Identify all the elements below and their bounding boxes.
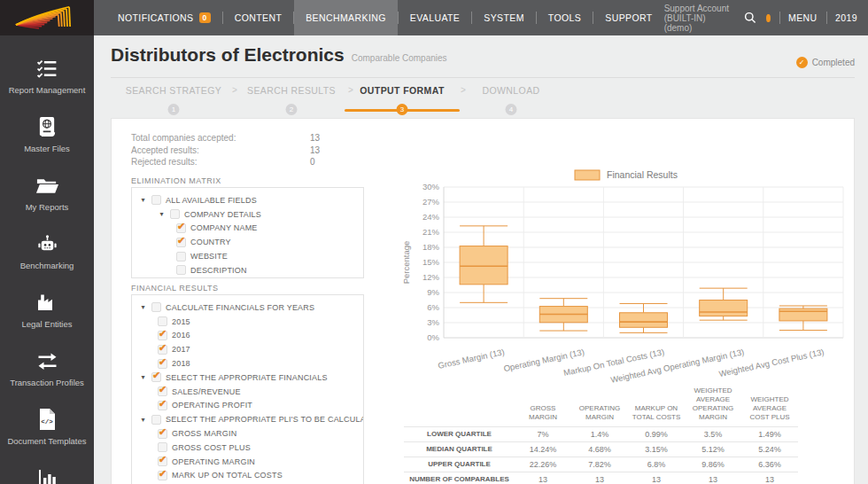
alert-dot-icon[interactable]	[766, 14, 771, 22]
row-label: MEDIAN QUARTILE	[404, 442, 515, 457]
checkbox-operating-profit[interactable]	[158, 401, 167, 410]
svg-text:0%: 0%	[427, 332, 439, 342]
nav-item-content[interactable]: CONTENT	[223, 0, 294, 35]
nav-item-tools[interactable]: TOOLS	[537, 0, 593, 35]
step-label-search-results[interactable]: SEARCH RESULTS	[247, 85, 336, 96]
menu-button[interactable]: MENU	[788, 12, 818, 23]
checkbox-2017[interactable]	[158, 345, 167, 355]
tree-label: 2018	[172, 359, 190, 368]
table-cell: 6.36%	[741, 457, 798, 472]
tree-row-2017: 2017	[132, 342, 363, 356]
table-cell: 9.86%	[685, 457, 741, 472]
checkbox-description[interactable]	[176, 265, 186, 275]
column-header-weighted-average-operating-margin: WEIGHTED AVERAGE OPERATING MARGIN	[685, 385, 741, 427]
elimination-matrix-panel: ALL AVAILABLE FIELDSCOMPANY DETAILSCOMPA…	[131, 187, 364, 278]
checkbox-company-details[interactable]	[170, 209, 180, 219]
table-cell: 6.8%	[628, 457, 685, 472]
step-circle-3[interactable]: 3	[397, 104, 408, 115]
chevron-right-icon: >	[348, 85, 353, 95]
svg-text:12%: 12%	[422, 272, 440, 282]
tree-row-gross-margin: GROSS MARGIN	[132, 426, 363, 441]
sidebar-item-document-templates[interactable]: </>Document Templates	[0, 408, 94, 466]
summary-row-total-companies-accepted: Total companies accepted:13	[131, 132, 320, 144]
checkbox-2016[interactable]	[158, 331, 167, 340]
nav-item-benchmarking[interactable]: BENCHMARKING	[294, 0, 398, 35]
main-content: Distributors of ElectronicsComparable Co…	[94, 35, 868, 484]
sidebar-item-label: Master Files	[20, 144, 74, 153]
svg-text:24%: 24%	[422, 212, 440, 222]
app-root: { "topbar": { "nav": [ {"label": "NOTIFI…	[0, 0, 868, 484]
checkbox-mark-up-on-total-costs[interactable]	[158, 471, 167, 480]
svg-text:27%: 27%	[422, 197, 440, 207]
tree-label: SELECT THE APPROPRIATE PLI'S TO BE CALCU…	[166, 415, 364, 424]
sidebar-item-report-management[interactable]: Report Management	[0, 57, 94, 115]
checkbox-gross-cost-plus[interactable]	[158, 442, 167, 452]
expand-arrow-icon[interactable]	[139, 373, 147, 381]
tree-row-calculate-financials-for-years: CALCULATE FINANCIALS FOR YEARS	[132, 301, 363, 315]
tree-label: SELECT THE APPROPRIATE FINANCIALS	[166, 373, 328, 382]
checklist-icon	[36, 57, 58, 80]
x-axis-label: Weighted Avg Operating Margin (13)	[609, 347, 745, 384]
nav-item-notifications[interactable]: NOTIFICATIONS0	[106, 0, 222, 35]
financial-results-title: FINANCIAL RESULTS	[131, 284, 219, 293]
year-selector[interactable]: 2019	[835, 12, 857, 23]
nav-item-label: SYSTEM	[484, 12, 524, 23]
checkbox-all-available-fields[interactable]	[151, 195, 161, 205]
sidebar-item-master-files[interactable]: Master Files	[0, 115, 94, 174]
nav-item-evaluate[interactable]: EVALUATE	[399, 0, 472, 35]
checkbox-gross-margin[interactable]	[158, 429, 167, 439]
expand-arrow-icon[interactable]	[139, 303, 147, 311]
step-circle-1[interactable]: 1	[168, 104, 180, 115]
tree-row-gross-cost-plus: GROSS COST PLUS	[132, 441, 363, 455]
brand-logo-graphic	[9, 3, 85, 33]
step-label-output-format[interactable]: OUTPUT FORMAT	[360, 85, 444, 96]
expand-arrow-icon[interactable]	[158, 210, 166, 218]
chart-legend: Financial Results	[575, 169, 678, 180]
table-header-row: GROSS MARGINOPERATING MARGINMARKUP ON TO…	[404, 385, 798, 427]
account-label: Support Account (BUILT-IN) (demo)	[664, 4, 734, 33]
step-label-search-strategy[interactable]: SEARCH STRATEGY	[126, 85, 222, 96]
sidebar-item-benchmarking[interactable]: Benchmarking	[0, 232, 94, 291]
content-card: Total companies accepted:13Accepted resu…	[111, 118, 855, 484]
checkbox-sales-revenue[interactable]	[158, 386, 167, 396]
tree-row-select-the-appropriate-financials: SELECT THE APPROPRIATE FINANCIALS	[132, 371, 363, 385]
sidebar-item-my-reports[interactable]: My Reports	[0, 174, 94, 232]
step-label-download[interactable]: DOWNLOAD	[482, 85, 539, 96]
box-weighted-avg-operating-margin-13	[700, 288, 748, 320]
tree-label: 2016	[172, 331, 190, 340]
table-row-lower-quartile: LOWER QUARTILE7%1.4%0.99%3.5%1.49%	[404, 427, 798, 442]
sidebar-item-legal-entities[interactable]: Legal Entities	[0, 291, 94, 349]
checkbox-2018[interactable]	[158, 359, 167, 369]
step-circle-2[interactable]: 2	[286, 104, 298, 115]
search-icon[interactable]	[743, 11, 757, 25]
page-header: Distributors of ElectronicsComparable Co…	[111, 35, 855, 78]
tree-row-operating-margin: OPERATING MARGIN	[132, 455, 363, 469]
tree-row-select-the-appropriate-pli-s-to-be-calculated: SELECT THE APPROPRIATE PLI'S TO BE CALCU…	[132, 412, 363, 426]
table-cell: 7.82%	[571, 457, 628, 472]
table-cell: 5.12%	[685, 442, 741, 457]
topbar-right: Support Account (BUILT-IN) (demo) MENU 2…	[664, 0, 868, 35]
app-logo[interactable]	[0, 0, 94, 35]
sidebar-item-transaction-profiles[interactable]: Transaction Profiles	[0, 349, 94, 408]
checkbox-calculate-financials-for-years[interactable]	[151, 302, 161, 312]
nav-item-support[interactable]: SUPPORT	[593, 0, 663, 35]
sidebar: Report ManagementMaster FilesMy ReportsB…	[0, 35, 94, 484]
sidebar-item-analysis[interactable]	[0, 466, 94, 484]
sidebar-item-label: Transaction Profiles	[6, 379, 88, 387]
column-header-gross-margin: GROSS MARGIN	[515, 385, 571, 427]
nav-item-label: BENCHMARKING	[306, 12, 386, 23]
checkbox-select-the-appropriate-financials[interactable]	[151, 372, 161, 382]
checkbox-2015[interactable]	[158, 316, 167, 326]
checkbox-website[interactable]	[176, 252, 186, 262]
checkbox-company-name[interactable]	[176, 223, 186, 233]
expand-arrow-icon[interactable]	[139, 196, 147, 204]
nav-item-system[interactable]: SYSTEM	[472, 0, 536, 35]
step-circle-4[interactable]: 4	[506, 104, 517, 115]
checkbox-operating-margin[interactable]	[158, 457, 167, 466]
tree-label: SALES/REVENUE	[172, 387, 241, 396]
tree-label: WEBSITE	[190, 252, 228, 261]
checkbox-select-the-appropriate-pli-s-to-be-calculated[interactable]	[151, 415, 161, 425]
row-label: UPPER QUARTILE	[404, 457, 515, 472]
expand-arrow-icon[interactable]	[139, 416, 147, 424]
checkbox-country[interactable]	[176, 238, 186, 247]
